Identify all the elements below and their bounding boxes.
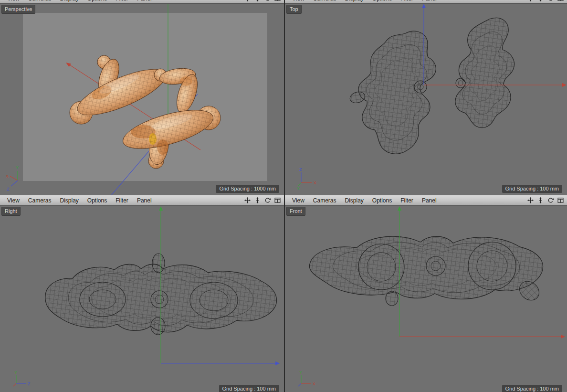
- pan-icon[interactable]: [244, 197, 251, 204]
- viewport-menubar: View Cameras Display Options Filter Pane…: [0, 195, 284, 206]
- svg-text:X: X: [6, 174, 9, 179]
- axis-gizmo: Y X: [296, 369, 318, 388]
- clipped-top-menubar-strip: View Cameras Display Options Filter Pane…: [285, 0, 567, 4]
- axis-gizmo: Y X Z: [5, 163, 26, 191]
- menu-item-options[interactable]: Options: [368, 0, 396, 2]
- menu-item-view[interactable]: View: [288, 197, 309, 204]
- pan-icon[interactable]: [244, 0, 251, 2]
- menu-item-display[interactable]: Display: [340, 197, 368, 204]
- menu-item-view[interactable]: View: [288, 0, 309, 2]
- svg-text:X: X: [313, 381, 315, 386]
- pan-icon[interactable]: [527, 197, 534, 204]
- menu-item-cameras[interactable]: Cameras: [24, 197, 56, 204]
- menu-item-filter[interactable]: Filter: [111, 0, 133, 2]
- menu-item-filter[interactable]: Filter: [111, 197, 133, 204]
- viewport-perspective[interactable]: Perspective Grid Spacing : 1000 mm Y X Z: [0, 4, 284, 195]
- viewport-menubar-row: View Cameras Display Options Filter Pane…: [0, 195, 284, 206]
- menu-item-options[interactable]: Options: [83, 197, 111, 204]
- menu-item-panel[interactable]: Panel: [418, 0, 441, 2]
- menu-item-options[interactable]: Options: [368, 197, 396, 204]
- menu-item-filter[interactable]: Filter: [396, 0, 418, 2]
- pan-icon[interactable]: [527, 0, 534, 2]
- model-shaded-wireframe: [62, 44, 224, 176]
- svg-text:Y: Y: [299, 370, 302, 375]
- grid-spacing-badge: Grid Spacing : 100 mm: [502, 185, 563, 193]
- svg-text:Y: Y: [297, 186, 300, 191]
- viewport-right[interactable]: Right Grid Spacing : 100 mm Y Z: [0, 206, 284, 392]
- viewport-label: Perspective: [1, 5, 35, 14]
- perspective-canvas[interactable]: [0, 4, 284, 195]
- menu-item-cameras[interactable]: Cameras: [24, 0, 56, 2]
- menu-item-display[interactable]: Display: [55, 0, 83, 2]
- viewport-label: Top: [286, 5, 302, 14]
- menu-item-view[interactable]: View: [3, 0, 24, 2]
- menu-item-panel[interactable]: Panel: [133, 197, 156, 204]
- axis-gizmo: Y Z: [11, 369, 33, 388]
- viewport-column-divider: [284, 0, 285, 392]
- zoom-icon[interactable]: [254, 197, 261, 204]
- viewport-label: Front: [286, 207, 305, 216]
- menu-item-cameras[interactable]: Cameras: [309, 197, 341, 204]
- menu-item-cameras[interactable]: Cameras: [309, 0, 341, 2]
- menu-item-display[interactable]: Display: [340, 0, 368, 2]
- viewport-top[interactable]: Top Grid Spacing : 100 mm Z X Y: [285, 4, 567, 195]
- menu-item-options[interactable]: Options: [83, 0, 111, 2]
- right-viewport-column: View Cameras Display Options Filter Pane…: [285, 0, 567, 392]
- svg-text:Z: Z: [7, 187, 10, 191]
- top-canvas[interactable]: [285, 4, 567, 195]
- svg-text:Y: Y: [16, 165, 19, 170]
- left-viewport-column: View Cameras Display Options Filter Pane…: [0, 0, 284, 392]
- menu-item-panel[interactable]: Panel: [133, 0, 156, 2]
- viewport-front[interactable]: Front Grid Spacing : 100 mm Y X: [285, 206, 567, 392]
- svg-text:Y: Y: [14, 370, 17, 375]
- svg-text:X: X: [314, 180, 316, 185]
- toggle-view-icon[interactable]: [557, 0, 564, 2]
- menu-item-filter[interactable]: Filter: [396, 197, 418, 204]
- toggle-view-icon[interactable]: [274, 197, 281, 204]
- viewport-menubar-row: View Cameras Display Options Filter Pane…: [285, 195, 567, 206]
- rotate-icon[interactable]: [547, 197, 554, 204]
- rotate-icon[interactable]: [264, 197, 271, 204]
- right-canvas[interactable]: [0, 206, 284, 392]
- toggle-view-icon[interactable]: [557, 197, 564, 204]
- model-wireframe: [309, 236, 543, 306]
- application-window: View Cameras Display Options Filter Pane…: [0, 0, 567, 392]
- menu-item-display[interactable]: Display: [55, 197, 83, 204]
- grid-spacing-badge: Grid Spacing : 100 mm: [219, 385, 280, 392]
- svg-text:Z: Z: [299, 167, 302, 172]
- axis-gizmo: Z X Y: [296, 166, 318, 191]
- grid-spacing-badge: Grid Spacing : 100 mm: [502, 385, 563, 392]
- zoom-icon[interactable]: [254, 0, 261, 2]
- front-canvas[interactable]: [285, 206, 567, 392]
- viewport-label: Right: [1, 207, 21, 216]
- model-wireframe: [349, 18, 514, 154]
- menu-item-panel[interactable]: Panel: [418, 197, 441, 204]
- viewport-menubar: View Cameras Display Options Filter Pane…: [285, 195, 567, 206]
- zoom-icon[interactable]: [537, 0, 544, 2]
- rotate-icon[interactable]: [547, 0, 554, 2]
- clipped-top-menubar-strip: View Cameras Display Options Filter Pane…: [0, 0, 284, 4]
- grid-spacing-badge: Grid Spacing : 1000 mm: [216, 185, 279, 193]
- viewport-menubar: View Cameras Display Options Filter Pane…: [285, 0, 567, 4]
- menu-item-view[interactable]: View: [3, 197, 24, 204]
- rotate-icon[interactable]: [264, 0, 271, 2]
- toggle-view-icon[interactable]: [274, 0, 281, 2]
- svg-text:Z: Z: [28, 381, 31, 386]
- viewport-menubar: View Cameras Display Options Filter Pane…: [0, 0, 284, 4]
- zoom-icon[interactable]: [537, 197, 544, 204]
